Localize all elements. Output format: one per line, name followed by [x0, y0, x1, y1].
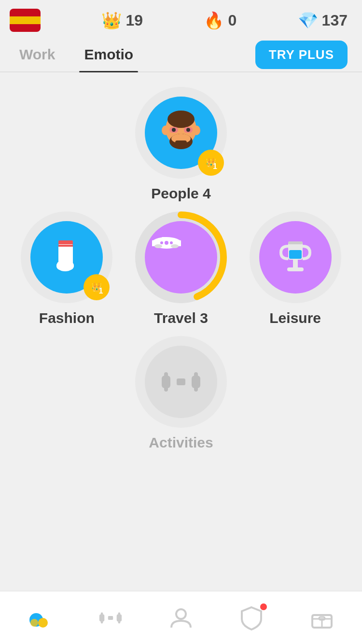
try-plus-button[interactable]: TRY PLUS: [255, 41, 348, 69]
svg-point-27: [171, 244, 179, 248]
nav-shield[interactable]: [229, 601, 274, 635]
fashion-badge: 👑 1: [84, 274, 110, 300]
travel3-inner: [145, 221, 217, 294]
svg-rect-45: [118, 612, 121, 623]
lesson-people4[interactable]: 👑 1 People 4: [128, 87, 234, 202]
svg-rect-31: [289, 250, 302, 259]
nav-tabs: Work Emotio TRY PLUS: [0, 38, 362, 72]
activities-dumbbell-icon: [159, 365, 203, 399]
streak-stat: 👑 19: [101, 11, 143, 30]
svg-rect-10: [175, 140, 187, 144]
gem-stat: 💎 137: [298, 11, 348, 30]
main-content: 👑 1 People 4: [0, 72, 362, 451]
svg-point-46: [176, 609, 186, 619]
svg-rect-37: [194, 372, 198, 392]
svg-point-26: [154, 244, 162, 248]
fashion-sock-icon: [45, 236, 88, 279]
lesson-fashion[interactable]: 👑 1 Fashion: [14, 211, 120, 326]
top-bar: 👑 19 🔥 0 💎 137: [0, 0, 362, 38]
activities-label: Activities: [149, 434, 213, 451]
svg-point-3: [193, 126, 200, 135]
svg-rect-35: [177, 378, 185, 385]
svg-rect-16: [58, 242, 73, 244]
lesson-activities[interactable]: Activities: [128, 336, 234, 451]
lesson-travel3[interactable]: Travel 3: [128, 211, 234, 326]
leisure-circle: [250, 211, 341, 303]
lesson-leisure[interactable]: Leisure: [242, 211, 348, 326]
svg-rect-30: [287, 267, 304, 271]
svg-rect-29: [293, 260, 298, 267]
flame-stat: 🔥 0: [204, 11, 237, 30]
profile-icon: [168, 605, 194, 630]
bottom-nav: [0, 591, 362, 644]
people4-circle: 👑 1: [135, 87, 227, 179]
flame-count: 0: [228, 12, 237, 29]
svg-point-23: [165, 241, 168, 245]
nav-profile[interactable]: [159, 601, 203, 635]
shield-notification-dot: [260, 603, 267, 610]
tab-work[interactable]: Work: [14, 38, 60, 71]
activities-nav-icon: [98, 605, 123, 630]
svg-point-40: [30, 619, 38, 627]
gem-count: 137: [322, 12, 348, 29]
streak-count: 19: [125, 12, 143, 29]
shield-icon: [239, 605, 264, 630]
people4-avatar: [157, 109, 205, 157]
svg-point-2: [162, 126, 169, 135]
leisure-inner: [259, 221, 332, 294]
activities-circle: [135, 336, 227, 428]
svg-point-39: [38, 618, 48, 628]
lesson-row-2: 👑 1 Fashion: [10, 211, 352, 326]
fashion-label: Fashion: [39, 310, 95, 326]
activities-inner: [145, 346, 217, 418]
home-icon: [28, 605, 53, 630]
svg-rect-34: [164, 372, 168, 392]
language-flag[interactable]: [10, 9, 41, 32]
nav-home[interactable]: [18, 601, 62, 635]
svg-rect-17: [58, 245, 73, 247]
lesson-row-1: 👑 1 People 4: [10, 87, 352, 202]
shop-icon: [309, 605, 334, 630]
flame-icon: 🔥: [204, 11, 224, 30]
crown-icon: 👑: [101, 11, 122, 30]
nav-activities[interactable]: [88, 601, 133, 635]
svg-point-25: [170, 241, 173, 244]
svg-point-1: [167, 111, 195, 128]
people4-badge: 👑 1: [198, 150, 224, 176]
travel3-circle: [135, 211, 227, 303]
svg-point-24: [160, 241, 163, 244]
svg-point-6: [172, 128, 176, 132]
gem-icon: 💎: [298, 11, 318, 30]
nav-shop[interactable]: [300, 601, 344, 635]
svg-point-7: [186, 128, 190, 132]
lesson-row-3: Activities: [10, 336, 352, 451]
svg-rect-43: [108, 616, 113, 619]
tab-emotions[interactable]: Emotio: [79, 38, 138, 71]
people4-label: People 4: [151, 185, 210, 202]
fashion-circle: 👑 1: [21, 211, 112, 303]
svg-rect-15: [56, 263, 74, 270]
travel3-plane-icon: [145, 221, 188, 265]
travel3-label: Travel 3: [154, 310, 208, 326]
leisure-label: Leisure: [269, 310, 321, 326]
leisure-trophy-icon: [274, 236, 317, 279]
svg-rect-42: [101, 612, 103, 623]
svg-rect-32: [288, 241, 303, 244]
